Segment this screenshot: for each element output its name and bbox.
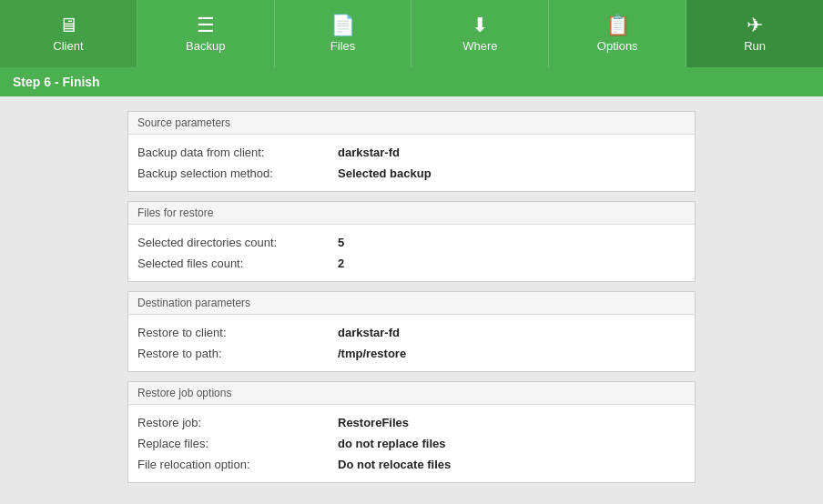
destination-body: Restore to client: darkstar-fd Restore t… xyxy=(128,315,695,371)
main-content: Source parameters Backup data from clien… xyxy=(0,96,823,504)
destination-section: Destination parameters Restore to client… xyxy=(127,291,696,372)
client-icon: 🖥 xyxy=(58,15,78,35)
relocation-value: Do not relocate files xyxy=(338,458,451,471)
replace-files-value: do not replace files xyxy=(338,437,445,450)
backup-icon: ☰ xyxy=(197,15,215,35)
source-method-value: Selected backup xyxy=(338,166,432,180)
nav-client[interactable]: 🖥 Client xyxy=(0,0,137,67)
top-navigation: 🖥 Client ☰ Backup 📄 Files ⬇ Where 📋 Opti… xyxy=(0,0,823,67)
button-bar: ✕ Cancel ◀ Previous ▶ Run restore xyxy=(127,492,696,504)
relocation-row: File relocation option: Do not relocate … xyxy=(137,454,686,475)
source-parameters-body: Backup data from client: darkstar-fd Bac… xyxy=(128,135,695,191)
step-bar: Step 6 - Finish xyxy=(0,67,823,96)
source-client-row: Backup data from client: darkstar-fd xyxy=(137,142,686,163)
source-client-value: darkstar-fd xyxy=(338,146,400,159)
relocation-label: File relocation option: xyxy=(137,458,338,471)
restore-job-label: Restore job: xyxy=(137,416,338,429)
nav-client-label: Client xyxy=(53,39,83,53)
run-icon: ✈ xyxy=(747,15,763,35)
dirs-count-label: Selected directories count: xyxy=(137,236,338,249)
nav-run[interactable]: ✈ Run xyxy=(686,0,823,67)
where-icon: ⬇ xyxy=(472,15,488,35)
source-method-label: Backup selection method: xyxy=(137,166,338,180)
nav-where[interactable]: ⬇ Where xyxy=(412,0,549,67)
job-options-body: Restore job: RestoreFiles Replace files:… xyxy=(128,405,695,482)
files-count-value: 2 xyxy=(338,257,344,270)
options-icon: 📋 xyxy=(605,15,630,35)
nav-run-label: Run xyxy=(744,39,766,53)
restore-job-row: Restore job: RestoreFiles xyxy=(137,412,686,433)
source-parameters-section: Source parameters Backup data from clien… xyxy=(127,111,696,192)
dest-client-row: Restore to client: darkstar-fd xyxy=(137,322,686,343)
dest-path-row: Restore to path: /tmp/restore xyxy=(137,343,686,364)
job-options-section: Restore job options Restore job: Restore… xyxy=(127,381,696,483)
files-count-row: Selected files count: 2 xyxy=(137,253,686,274)
destination-title: Destination parameters xyxy=(128,292,695,315)
dirs-count-value: 5 xyxy=(338,236,344,249)
replace-files-label: Replace files: xyxy=(137,437,338,450)
nav-backup[interactable]: ☰ Backup xyxy=(137,0,275,67)
dest-path-label: Restore to path: xyxy=(137,347,338,360)
restore-job-value: RestoreFiles xyxy=(338,416,409,429)
dest-client-label: Restore to client: xyxy=(137,326,338,339)
job-options-title: Restore job options xyxy=(128,382,695,405)
dest-path-value: /tmp/restore xyxy=(338,347,406,360)
source-method-row: Backup selection method: Selected backup xyxy=(137,163,686,184)
nav-backup-label: Backup xyxy=(186,39,225,53)
nav-where-label: Where xyxy=(462,39,497,53)
source-parameters-title: Source parameters xyxy=(128,112,695,135)
nav-options[interactable]: 📋 Options xyxy=(549,0,686,67)
dest-client-value: darkstar-fd xyxy=(338,326,400,339)
nav-files[interactable]: 📄 Files xyxy=(275,0,412,67)
files-count-label: Selected files count: xyxy=(137,257,338,270)
files-section: Files for restore Selected directories c… xyxy=(127,201,696,282)
nav-files-label: Files xyxy=(330,39,355,53)
replace-files-row: Replace files: do not replace files xyxy=(137,433,686,454)
nav-options-label: Options xyxy=(597,39,638,53)
files-body: Selected directories count: 5 Selected f… xyxy=(128,225,695,281)
step-bar-label: Step 6 - Finish xyxy=(13,75,100,89)
files-title: Files for restore xyxy=(128,202,695,225)
dirs-count-row: Selected directories count: 5 xyxy=(137,232,686,253)
source-client-label: Backup data from client: xyxy=(137,146,338,159)
files-icon: 📄 xyxy=(330,15,355,35)
